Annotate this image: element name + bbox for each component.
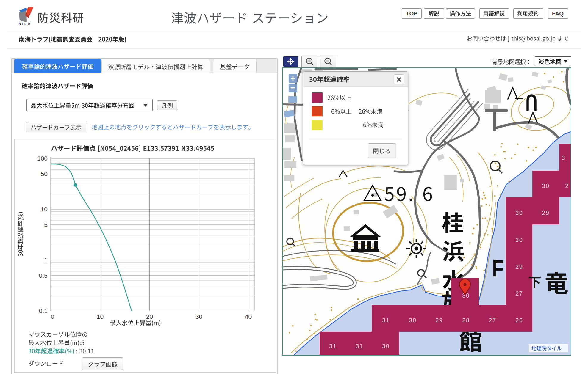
svg-text:2: 2 <box>565 183 569 189</box>
svg-text:0.1: 0.1 <box>39 307 48 314</box>
svg-text:31: 31 <box>382 317 390 323</box>
svg-text:30: 30 <box>409 317 417 323</box>
svg-text:10: 10 <box>41 206 48 213</box>
svg-text:1: 1 <box>44 257 48 263</box>
svg-text:3: 3 <box>562 155 566 161</box>
svg-text:29: 29 <box>542 210 550 216</box>
svg-text:NIED: NIED <box>19 22 31 26</box>
svg-text:30: 30 <box>515 237 523 243</box>
svg-text:30: 30 <box>196 313 202 320</box>
svg-text:40: 40 <box>245 313 252 320</box>
svg-text:10: 10 <box>97 313 104 320</box>
svg-text:100: 100 <box>37 155 48 162</box>
svg-text:5: 5 <box>44 221 48 228</box>
svg-text:50: 50 <box>41 170 48 177</box>
svg-text:0.5: 0.5 <box>39 272 48 279</box>
svg-text:28: 28 <box>462 317 470 323</box>
svg-text:30: 30 <box>515 210 523 216</box>
svg-text:27: 27 <box>489 317 496 323</box>
svg-text:30: 30 <box>542 183 550 189</box>
svg-text:31: 31 <box>356 343 363 349</box>
svg-text:29: 29 <box>515 263 523 270</box>
svg-text:30: 30 <box>382 343 390 349</box>
svg-text:29: 29 <box>435 317 443 323</box>
svg-text:27: 27 <box>515 290 523 297</box>
svg-text:31: 31 <box>329 343 337 349</box>
svg-text:0: 0 <box>51 313 54 320</box>
svg-text:26: 26 <box>515 317 523 323</box>
